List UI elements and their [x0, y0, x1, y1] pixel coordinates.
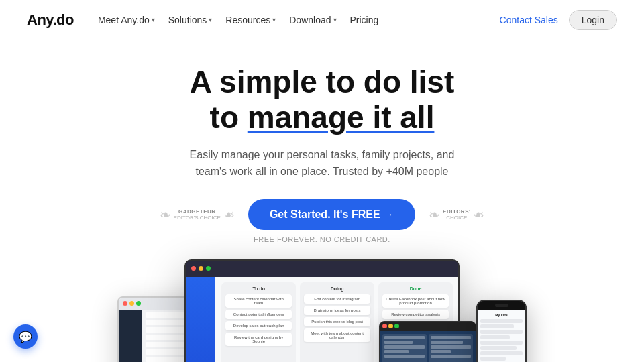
phone-title: My lists: [480, 313, 523, 317]
hero-subtitle: Easily manage your personal tasks, famil…: [188, 146, 456, 180]
chevron-down-icon: ▾: [272, 16, 276, 23]
phone-row: [480, 351, 523, 355]
kanban-card: Review competitor analysis: [382, 310, 449, 319]
hero-title: A simple to do list to manage it all: [190, 64, 454, 135]
minimize-dot: [129, 301, 134, 306]
kanban-card: Create Facebook post about new product p…: [382, 294, 449, 308]
chat-icon: 💬: [19, 330, 32, 343]
minimize-dot: [388, 324, 393, 328]
close-dot: [123, 301, 127, 306]
maximize-dot: [394, 324, 399, 328]
nav-item-download[interactable]: Download ▾: [284, 11, 341, 29]
device-row: [384, 345, 425, 349]
nav-right: Contact Sales Login: [500, 10, 617, 30]
desktop-sidebar: [186, 277, 215, 362]
kanban-card: Publish this week's blog post: [304, 317, 370, 326]
kanban-done-title: Done: [382, 286, 449, 291]
minimize-dot: [199, 266, 203, 271]
wreath-right2-icon: ❧: [473, 206, 484, 223]
nav-item-resources[interactable]: Resources ▾: [220, 11, 281, 29]
maximize-dot: [136, 301, 141, 306]
logo[interactable]: Any.do: [27, 11, 74, 29]
phone-row: [480, 346, 517, 350]
login-button[interactable]: Login: [569, 10, 617, 30]
badge-right-top: Editors': [443, 208, 470, 215]
kanban-todo-title: To do: [225, 286, 292, 291]
close-dot: [191, 266, 196, 271]
kanban-doing-col: Doing Edit content for Instagram Brainst…: [300, 282, 374, 362]
kanban-card: Review the card designs by Sophie: [225, 333, 292, 346]
close-dot: [382, 324, 387, 328]
cta-row: ❧ GADGETEUR EDITOR'S CHOICE ❧ Get Starte…: [160, 199, 485, 230]
badge-left-top: GADGETEUR: [174, 208, 221, 215]
device-sidebar: [119, 310, 142, 362]
kanban-card: Share content calendar with team: [225, 294, 292, 308]
device-panel: [382, 334, 427, 362]
nav-item-solutions[interactable]: Solutions ▾: [163, 11, 218, 29]
badge-left-mid: EDITOR'S CHOICE: [174, 215, 221, 221]
device-row: [384, 355, 425, 358]
notch-inner: [495, 304, 508, 307]
wreath-left2-icon: ❧: [429, 206, 440, 223]
device-row: [431, 350, 451, 353]
badge-gadgeteur: ❧ GADGETEUR EDITOR'S CHOICE ❧: [160, 206, 235, 223]
badge-editors-choice: ❧ Editors' Choice ❧: [429, 206, 484, 223]
chevron-down-icon: ▾: [152, 16, 155, 23]
device-row: [431, 355, 471, 358]
phone-row: [480, 357, 506, 361]
kanban-doing-title: Doing: [304, 286, 370, 291]
nav-item-meet[interactable]: Meet Any.do ▾: [93, 11, 160, 29]
phone-row: [480, 330, 523, 334]
device-row: [384, 341, 413, 344]
hero-highlight: manage it all: [248, 100, 435, 135]
phone-row: [480, 319, 523, 323]
phone-notch: [478, 301, 525, 310]
device-row: [384, 336, 425, 339]
device-row: [431, 345, 471, 349]
mockups-container: To do Share content calendar with team C…: [13, 259, 631, 362]
kanban-card: Develop sales outreach plan: [225, 321, 292, 330]
nav-item-pricing[interactable]: Pricing: [345, 11, 384, 29]
nav-menu: Meet Any.do ▾ Solutions ▾ Resources ▾ Do…: [93, 11, 384, 29]
free-note: FREE FOREVER. NO CREDIT CARD.: [254, 235, 390, 243]
phone-row: [480, 341, 523, 345]
badge-right-mid: Choice: [443, 215, 470, 221]
phone-content: My lists: [478, 310, 525, 362]
phone-mockup: My lists: [476, 300, 527, 362]
device-row: [431, 336, 471, 339]
chat-bubble-button[interactable]: 💬: [13, 324, 38, 349]
kanban-card: Brainstorm ideas for posts: [304, 306, 370, 315]
device-titlebar: [380, 322, 476, 331]
cta-button[interactable]: Get Started. It's FREE →: [248, 199, 415, 230]
wreath-left-icon: ❧: [160, 206, 171, 223]
chevron-down-icon: ▾: [333, 16, 337, 23]
phone-row: [480, 335, 510, 339]
chevron-down-icon: ▾: [209, 16, 212, 23]
phone-row: [480, 324, 514, 328]
wreath-right-icon: ❧: [223, 206, 235, 223]
maximize-dot: [206, 266, 211, 271]
device-panel: [429, 334, 473, 362]
kanban-card: Edit content for Instagram: [304, 294, 370, 304]
device-row: [384, 350, 409, 353]
desktop-titlebar: [186, 261, 458, 277]
contact-sales-link[interactable]: Contact Sales: [500, 15, 558, 25]
kanban-todo-col: To do Share content calendar with team C…: [221, 282, 296, 362]
device-row: [431, 341, 463, 344]
mid-right-device-mockup: [379, 321, 476, 362]
hero-section: A simple to do list to manage it all Eas…: [0, 40, 644, 362]
kanban-card: Contact potential influencers: [225, 310, 292, 319]
kanban-card: Meet with team about content calendar: [304, 328, 370, 342]
navbar: Any.do Meet Any.do ▾ Solutions ▾ Resourc…: [0, 0, 644, 40]
nav-left: Any.do Meet Any.do ▾ Solutions ▾ Resourc…: [27, 11, 384, 29]
device-content: [380, 331, 476, 362]
